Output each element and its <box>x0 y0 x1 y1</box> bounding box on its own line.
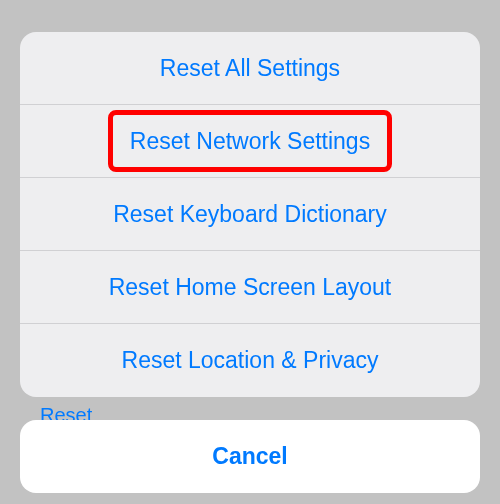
reset-network-label: Reset Network Settings <box>130 128 370 155</box>
reset-home-screen-layout-button[interactable]: Reset Home Screen Layout <box>20 251 480 324</box>
cancel-button[interactable]: Cancel <box>20 420 480 493</box>
reset-home-label: Reset Home Screen Layout <box>109 274 392 301</box>
reset-all-settings-button[interactable]: Reset All Settings <box>20 32 480 105</box>
reset-all-label: Reset All Settings <box>160 55 340 82</box>
reset-location-privacy-button[interactable]: Reset Location & Privacy <box>20 324 480 397</box>
reset-action-sheet: Reset All Settings Reset Network Setting… <box>20 32 480 397</box>
reset-network-settings-button[interactable]: Reset Network Settings <box>20 105 480 178</box>
reset-keyboard-label: Reset Keyboard Dictionary <box>113 201 387 228</box>
reset-location-label: Reset Location & Privacy <box>122 347 379 374</box>
reset-keyboard-dictionary-button[interactable]: Reset Keyboard Dictionary <box>20 178 480 251</box>
cancel-label: Cancel <box>212 443 287 470</box>
